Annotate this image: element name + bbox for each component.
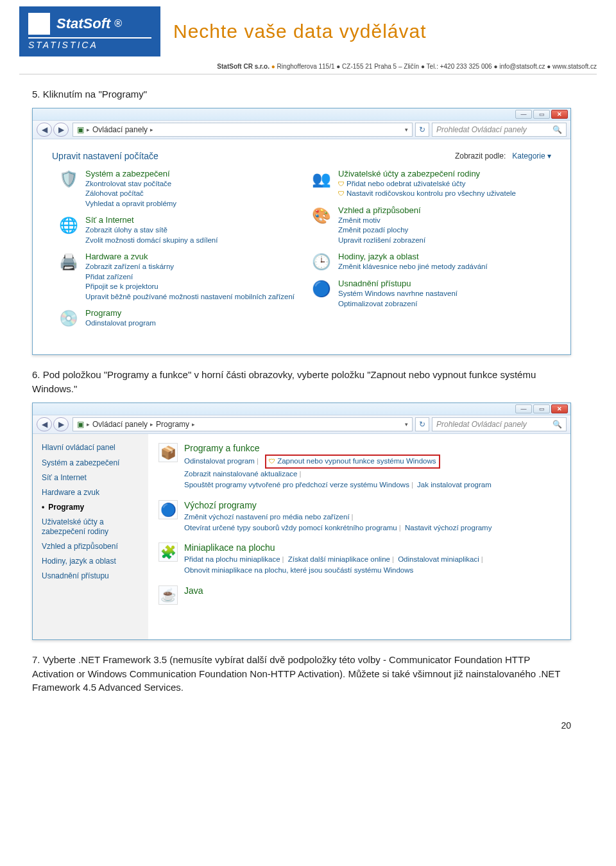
task-link[interactable]: Nastavit rodičovskou kontrolu pro všechn… [338, 189, 516, 199]
task-link[interactable]: Jak instalovat program [417, 481, 492, 489]
task-link[interactable]: Odinstalovat program [85, 318, 156, 329]
task-link[interactable]: Spouštět programy vytvořené pro předchoz… [184, 481, 409, 489]
page-number: 20 [0, 701, 616, 743]
task-link[interactable]: Zobrazit úlohy a stav sítě [85, 225, 218, 236]
sidebar-item[interactable]: Usnadnění přístupu [42, 571, 139, 581]
hardware-icon: 🖨️ [58, 252, 79, 272]
desktop-gadgets-icon: 🧩 [158, 542, 178, 562]
task-link[interactable]: Přidat nebo odebrat uživatelské účty [338, 179, 516, 189]
task-link[interactable]: Změnit výchozí nastavení pro média nebo … [184, 513, 350, 521]
sidebar-item[interactable]: Hardware a zvuk [42, 488, 139, 498]
header-contact: StatSoft CR s.r.o. ● Ringhofferova 115/1… [0, 63, 616, 73]
task-link[interactable]: Zkontrolovat stav počítače [85, 179, 176, 189]
network-icon: 🌐 [58, 215, 79, 236]
task-link[interactable]: Zobrazit zařízení a tiskárny [85, 262, 295, 272]
category-heading[interactable]: Systém a zabezpečení [85, 169, 176, 178]
close-button[interactable]: ✕ [551, 110, 568, 119]
category-heading[interactable]: Hardware a zvuk [85, 252, 295, 261]
category-heading[interactable]: Programy [85, 308, 156, 318]
main-panel-link[interactable]: Hlavní ovládací panel [42, 443, 139, 452]
header-slogan: Nechte vaše data vydělávat [173, 21, 597, 42]
appearance-icon: 🎨 [311, 205, 332, 226]
programs-features-icon: 📦 [158, 443, 178, 462]
statsoft-logo: StatSoft® STATISTICA [19, 6, 160, 56]
section-heading[interactable]: Miniaplikace na plochu [184, 542, 485, 553]
task-link[interactable]: Upravit rozlišení zobrazení [338, 236, 425, 246]
search-icon: 🔍 [552, 125, 562, 134]
task-link[interactable]: Získat další miniaplikace online [288, 555, 390, 563]
task-link[interactable]: Zálohovat počítač [85, 189, 176, 199]
task-link[interactable]: Zobrazit nainstalované aktualizace [184, 470, 297, 478]
task-link[interactable]: Upravit běžně používané možnosti nastave… [85, 292, 295, 302]
titlebar: — ▭ ✕ [33, 403, 570, 415]
section-heading[interactable]: Java [184, 585, 203, 596]
task-link[interactable]: Obnovit miniaplikace na plochu, které js… [184, 566, 413, 574]
control-panel-icon: ▣ [77, 420, 84, 429]
task-link[interactable]: Odinstalovat miniaplikaci [398, 555, 479, 563]
clock-language-icon: 🕒 [311, 252, 332, 272]
navbar: ◀ ▶ ▣ ▸ Ovládací panely ▸ ▾ ↻ Prohledat … [33, 120, 570, 139]
sidebar-item[interactable]: Hodiny, jazyk a oblast [42, 557, 139, 566]
sidebar-item[interactable]: Vzhled a přizpůsobení [42, 542, 139, 551]
task-link[interactable]: Otevírat určené typy souborů vždy pomocí… [184, 524, 397, 532]
section-heading[interactable]: Programy a funkce [184, 443, 492, 453]
sidebar-item[interactable]: Systém a zabezpečení [42, 458, 139, 468]
user-accounts-icon: 👥 [311, 169, 332, 189]
default-programs-icon: 🔵 [158, 500, 178, 519]
category-heading[interactable]: Hodiny, jazyk a oblast [338, 252, 488, 261]
step-7-text: 7. Vyberte .NET Framework 3.5 (nemusíte … [32, 653, 571, 695]
task-link[interactable]: Zvolit možnosti domácí skupiny a sdílení [85, 236, 218, 246]
control-panel-icon: ▣ [77, 125, 84, 134]
sidebar-item[interactable]: Uživatelské účty a zabezpečení rodiny [42, 517, 139, 537]
breadcrumb[interactable]: Programy [156, 420, 189, 429]
refresh-button[interactable]: ↻ [415, 123, 429, 137]
programs-icon: 💿 [58, 308, 79, 329]
view-by: Zobrazit podle: Kategorie ▾ [455, 152, 551, 160]
breadcrumb[interactable]: Ovládací panely [92, 420, 148, 429]
sidebar-item[interactable]: Síť a Internet [42, 473, 139, 483]
cp-right-column: 👥Uživatelské účty a zabezpečení rodinyPř… [311, 169, 564, 336]
address-bar[interactable]: ▣ ▸ Ovládací panely ▸ ▾ [73, 123, 413, 137]
system-security-icon: 🛡️ [58, 169, 79, 189]
category-heading[interactable]: Síť a Internet [85, 215, 218, 225]
back-button[interactable]: ◀ [37, 123, 52, 137]
view-by-dropdown[interactable]: Kategorie ▾ [512, 152, 551, 160]
windows-features-highlight[interactable]: Zapnout nebo vypnout funkce systému Wind… [265, 455, 440, 469]
task-link[interactable]: Vyhledat a opravit problémy [85, 199, 176, 209]
section-heading[interactable]: Výchozí programy [184, 500, 492, 510]
address-bar[interactable]: ▣ ▸ Ovládací panely ▸ Programy ▸ ▾ [73, 417, 413, 431]
category-heading[interactable]: Vzhled a přizpůsobení [338, 205, 425, 215]
logo-title: StatSoft [56, 15, 110, 32]
back-button[interactable]: ◀ [37, 417, 52, 431]
search-box[interactable]: Prohledat Ovládací panely 🔍 [432, 123, 567, 137]
category-heading[interactable]: Uživatelské účty a zabezpečení rodiny [338, 169, 516, 178]
category-heading[interactable]: Usnadnění přístupu [338, 279, 458, 288]
task-link[interactable]: Systém Windows navrhne nastavení [338, 289, 458, 299]
task-link[interactable]: Připojit se k projektoru [85, 282, 295, 292]
close-button[interactable]: ✕ [551, 404, 568, 413]
task-link[interactable]: Odinstalovat program [184, 457, 255, 465]
search-icon: 🔍 [552, 420, 562, 429]
maximize-button[interactable]: ▭ [533, 110, 550, 119]
maximize-button[interactable]: ▭ [533, 404, 550, 413]
step-6-text: 6. Pod položkou "Programy a funkce" v ho… [32, 368, 571, 396]
sidebar-item-programs[interactable]: Programy [42, 503, 139, 512]
refresh-button[interactable]: ↻ [415, 417, 429, 431]
task-link[interactable]: Změnit klávesnice nebo jiné metody zadáv… [338, 262, 488, 272]
task-link[interactable]: Změnit pozadí plochy [338, 225, 425, 236]
minimize-button[interactable]: — [515, 110, 532, 119]
task-link[interactable]: Optimalizovat zobrazení [338, 299, 458, 309]
task-link[interactable]: Přidat na plochu miniaplikace [184, 555, 280, 563]
forward-button[interactable]: ▶ [53, 123, 69, 137]
forward-button[interactable]: ▶ [53, 417, 69, 431]
java-icon: ☕ [158, 585, 178, 605]
minimize-button[interactable]: — [515, 404, 532, 413]
breadcrumb[interactable]: Ovládací panely [92, 125, 148, 134]
task-link[interactable]: Přidat zařízení [85, 272, 295, 282]
titlebar: — ▭ ✕ [33, 108, 570, 120]
cp-left-column: 🛡️Systém a zabezpečeníZkontrolovat stav … [58, 169, 311, 336]
task-link[interactable]: Změnit motiv [338, 216, 425, 226]
search-box[interactable]: Prohledat Ovládací panely 🔍 [432, 417, 567, 431]
page-header: StatSoft® STATISTICA Nechte vaše data vy… [0, 0, 616, 60]
task-link[interactable]: Nastavit výchozí programy [405, 524, 492, 532]
